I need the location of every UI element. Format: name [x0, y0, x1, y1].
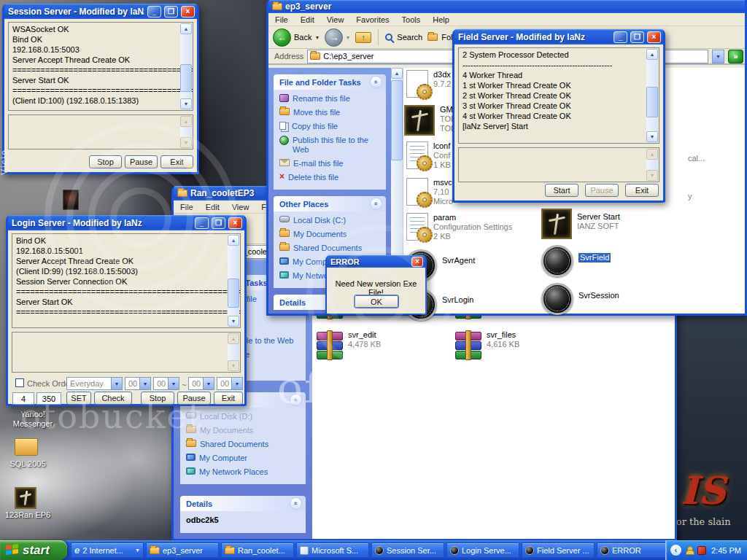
- place-my-computer[interactable]: My Computer: [186, 454, 304, 463]
- close-button[interactable]: ×: [228, 217, 242, 229]
- scroll-up-icon[interactable]: ▲: [228, 235, 239, 246]
- maximize-button[interactable]: ❐: [630, 31, 644, 43]
- address-dropdown-icon[interactable]: ▼: [712, 50, 724, 63]
- check-button[interactable]: Check: [94, 392, 132, 405]
- desktop-icon-123ran-ep6[interactable]: 123Ran EP6: [0, 510, 55, 520]
- time-select-1[interactable]: 00▼: [125, 377, 151, 390]
- field-secondary-box[interactable]: ▲▼: [458, 147, 659, 182]
- tasks-header[interactable]: File and Folder Tasks»: [274, 74, 386, 90]
- file-item-server-start[interactable]: Server StartIANZ SOFT: [541, 209, 676, 239]
- menu-view[interactable]: View: [327, 15, 344, 24]
- maximize-button[interactable]: ❐: [164, 6, 178, 18]
- scroll-down-icon[interactable]: ▼: [646, 131, 658, 142]
- scroll-up-icon[interactable]: ▲: [180, 23, 192, 34]
- minimize-button[interactable]: _: [195, 217, 209, 229]
- close-button[interactable]: ×: [411, 257, 423, 267]
- menu-file[interactable]: File: [180, 203, 193, 211]
- log-scrollbar[interactable]: ▲▼: [180, 23, 192, 109]
- time-select-2[interactable]: 00▼: [153, 377, 179, 390]
- session-log-box[interactable]: WSASocket OK Bind OK 192.168.0.15:5003 S…: [8, 22, 193, 111]
- taskbar-button-microsoft[interactable]: Microsoft S...: [296, 542, 369, 558]
- desktop-icon-unknown[interactable]: [63, 190, 79, 210]
- explorer-title-bar[interactable]: ep3_server: [268, 0, 745, 13]
- time-select-3[interactable]: 00▼: [188, 377, 214, 390]
- scroll-up-icon[interactable]: ▲: [646, 49, 658, 60]
- minimize-button[interactable]: _: [614, 31, 627, 43]
- stop-button[interactable]: Stop: [141, 392, 174, 405]
- file-item-svrfield[interactable]: SvrField: [541, 245, 676, 277]
- task-move[interactable]: Move this file: [279, 108, 384, 117]
- menu-file[interactable]: File: [275, 15, 288, 24]
- exit-button[interactable]: Exit: [625, 184, 659, 197]
- place-local-disk-d[interactable]: Local Disk (D:): [186, 412, 304, 421]
- taskbar-button-error[interactable]: ERROR: [597, 542, 670, 558]
- place-my-documents[interactable]: My Documents: [186, 426, 304, 435]
- session-secondary-box[interactable]: ▲▼: [8, 114, 193, 149]
- field-title-bar[interactable]: Field Server - Modified by laNz _ ❐ ×: [454, 29, 663, 44]
- menu-edit[interactable]: Edit: [206, 203, 220, 211]
- go-button[interactable]: »: [728, 50, 743, 63]
- login-log-box[interactable]: Bind OK 192.168.0.15:5001 Server Accept …: [12, 233, 241, 328]
- task-delete[interactable]: ×Delete this file: [279, 173, 384, 182]
- ran-details-header[interactable]: Details»: [180, 496, 306, 511]
- maximize-button[interactable]: ❐: [212, 217, 225, 229]
- clock[interactable]: 2:45 PM: [711, 546, 741, 555]
- set-button[interactable]: SET: [66, 392, 91, 405]
- file-item-svrsession[interactable]: SvrSession: [541, 283, 676, 315]
- taskbar-button-field-server[interactable]: Field Server ...: [522, 542, 595, 558]
- places-header[interactable]: Other Places»: [274, 196, 386, 211]
- menu-help[interactable]: Help: [433, 15, 449, 24]
- time-select-4[interactable]: 00▼: [217, 377, 243, 390]
- field-log-box[interactable]: 2 System Processor Detected ------------…: [458, 47, 659, 144]
- forward-button[interactable]: →▼: [325, 28, 350, 47]
- exit-button[interactable]: Exit: [160, 155, 193, 168]
- start-button[interactable]: Start: [545, 184, 578, 197]
- collapse-chevron-icon[interactable]: »: [290, 394, 302, 406]
- collapse-chevron-icon[interactable]: »: [290, 497, 302, 510]
- login-title-bar[interactable]: Login Server - Modified by laNz _ ❐ ×: [8, 215, 244, 230]
- pause-button[interactable]: Pause: [585, 184, 619, 197]
- folder-icon[interactable]: [15, 438, 38, 456]
- scroll-thumb[interactable]: [228, 279, 239, 308]
- menu-view[interactable]: View: [232, 203, 249, 211]
- tray-alert-icon[interactable]: [697, 546, 706, 555]
- scroll-thumb[interactable]: [180, 64, 192, 92]
- place-shared-documents[interactable]: Shared Documents: [279, 244, 384, 253]
- exit-button[interactable]: Exit: [214, 392, 243, 405]
- place-my-documents[interactable]: My Documents: [279, 230, 384, 239]
- taskbar-button-ep3-server[interactable]: ep3_server: [146, 542, 219, 558]
- pause-button[interactable]: Pause: [177, 392, 211, 405]
- place-shared-documents[interactable]: Shared Documents: [186, 440, 304, 449]
- close-button[interactable]: ×: [647, 31, 661, 43]
- close-button[interactable]: ×: [181, 6, 195, 18]
- taskbar-button-internet[interactable]: e2 Internet...▼: [71, 542, 144, 558]
- tray-user-icon[interactable]: [685, 546, 694, 555]
- up-folder-button[interactable]: ↑: [355, 32, 371, 43]
- session-title-bar[interactable]: Session Server - Modified by laNz _ ❐ ×: [4, 4, 197, 19]
- minimize-button[interactable]: _: [147, 6, 161, 18]
- menu-tools[interactable]: Tools: [402, 15, 421, 24]
- scroll-down-icon[interactable]: ▼: [228, 316, 239, 327]
- scroll-thumb[interactable]: [391, 80, 403, 160]
- start-button[interactable]: start: [0, 540, 67, 560]
- file-item-param[interactable]: paramConfiguration Settings2 KB: [406, 213, 541, 241]
- taskbar-button-session-server[interactable]: Session Ser...: [371, 542, 444, 558]
- ok-button[interactable]: OK: [354, 295, 399, 308]
- scroll-down-icon[interactable]: ▼: [180, 98, 192, 109]
- ran-app-icon[interactable]: [15, 487, 36, 509]
- log-scrollbar[interactable]: ▲▼: [646, 49, 658, 142]
- task-publish[interactable]: Publish this file to the Web: [279, 136, 384, 155]
- menu-edit[interactable]: Edit: [301, 15, 314, 24]
- log-scrollbar[interactable]: ▲▼: [228, 235, 239, 327]
- scroll-thumb[interactable]: [646, 87, 658, 117]
- menu-favorites[interactable]: Favorites: [356, 15, 389, 24]
- file-item-svr-edit[interactable]: svr_edit4,478 KB: [317, 330, 452, 361]
- desktop-icon-sql-2005[interactable]: SQL 2005: [0, 459, 55, 469]
- patch-version-field[interactable]: [36, 392, 61, 405]
- taskbar-button-login-server[interactable]: Login Serve...: [446, 542, 519, 558]
- scroll-up-icon[interactable]: ▲: [391, 68, 403, 79]
- collapse-chevron-icon[interactable]: »: [370, 76, 382, 88]
- back-button[interactable]: ← Back▼: [273, 28, 320, 47]
- place-my-network[interactable]: My Network Places: [186, 467, 304, 477]
- login-secondary-box[interactable]: ▲▼: [12, 332, 241, 373]
